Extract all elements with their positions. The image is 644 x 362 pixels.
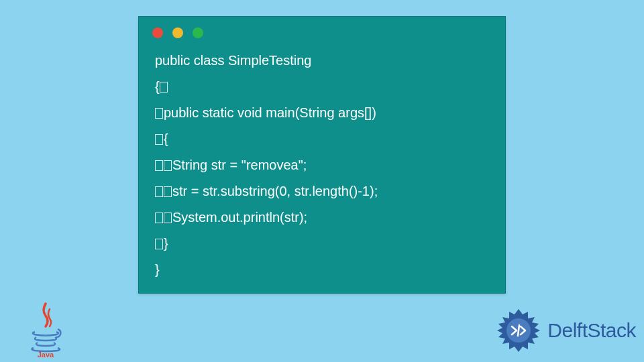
java-logo-icon: Java	[28, 301, 63, 359]
tab-glyph	[155, 239, 163, 249]
minimize-icon[interactable]	[172, 27, 183, 38]
code-line: String str = "removea";	[155, 152, 489, 178]
code-line: str = str.substring(0, str.length()-1);	[155, 178, 489, 204]
code-line: }	[155, 231, 489, 257]
code-line: public class SimpleTesting	[155, 48, 489, 74]
code-line: System.out.println(str);	[155, 204, 489, 231]
tab-glyph	[160, 82, 168, 93]
svg-text:Java: Java	[38, 351, 54, 359]
tab-glyph	[155, 213, 163, 223]
window-controls	[139, 17, 505, 44]
code-line: {	[155, 126, 489, 152]
tab-glyph	[164, 160, 172, 171]
tab-glyph	[155, 134, 163, 145]
maximize-icon[interactable]	[193, 27, 203, 38]
tab-glyph	[155, 186, 163, 197]
code-line: }	[155, 257, 489, 283]
tab-glyph	[164, 186, 172, 197]
delftstack-logo: DelftStack	[494, 306, 636, 355]
tab-glyph	[164, 213, 172, 223]
code-window: public class SimpleTesting{public static…	[138, 16, 506, 294]
tab-glyph	[155, 108, 163, 119]
close-icon[interactable]	[152, 27, 163, 38]
code-block: public class SimpleTesting{public static…	[139, 44, 505, 296]
tab-glyph	[155, 160, 163, 171]
delftstack-emblem-icon	[494, 306, 543, 355]
delftstack-label: DelftStack	[547, 319, 636, 342]
code-line: {	[155, 74, 489, 100]
code-line: public static void main(String args[])	[155, 100, 489, 126]
